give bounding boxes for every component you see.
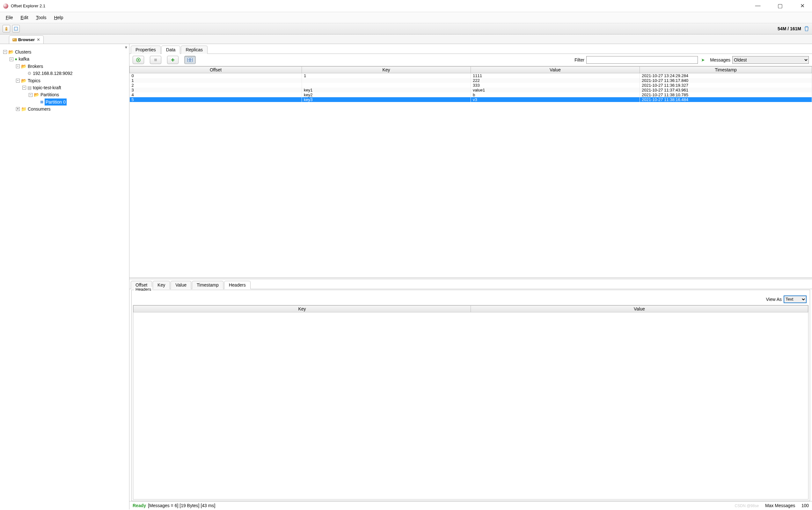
tree-topic-0[interactable]: −▤topic-test-kraft xyxy=(3,84,129,91)
minimize-button[interactable]: — xyxy=(751,3,764,9)
menu-help[interactable]: HelpHelp xyxy=(51,14,66,21)
col-timestamp[interactable]: Timestamp xyxy=(640,67,812,73)
statusbar: Ready [Messages = 6] [19 Bytes] [43 ms] … xyxy=(129,501,812,509)
titlebar: Offset Explorer 2.1 — ▢ ✕ xyxy=(0,0,812,12)
filter-input[interactable] xyxy=(586,56,698,64)
headers-group-label: Headers xyxy=(134,287,152,292)
tab-browser[interactable]: Browser ✕ xyxy=(9,35,44,44)
panel-tabbar: Browser ✕ xyxy=(0,34,812,44)
maximize-button[interactable]: ▢ xyxy=(774,3,786,9)
content-tabs: Properties Data Replicas xyxy=(129,44,812,54)
table-row[interactable]: 3key1value12021-10-27 11:37:43.961 xyxy=(130,88,812,92)
col-offset[interactable]: Offset xyxy=(130,67,302,73)
col-value[interactable]: Value xyxy=(471,67,640,73)
filter-label: Filter xyxy=(575,57,584,62)
data-toolbar: Filter ➤ Messages Oldest xyxy=(129,54,812,66)
messages-label: Messages xyxy=(710,57,730,62)
max-messages-label: Max Messages xyxy=(765,503,795,508)
svg-rect-1 xyxy=(12,38,17,41)
trash-icon[interactable] xyxy=(804,26,809,32)
tab-replicas[interactable]: Replicas xyxy=(181,46,207,54)
status-ready: Ready xyxy=(133,503,146,508)
tree-clusters[interactable]: −📂Clusters xyxy=(3,49,129,56)
status-info: [Messages = 6] [19 Bytes] [43 ms] xyxy=(148,503,215,508)
svg-rect-8 xyxy=(188,60,190,62)
tab-data[interactable]: Data xyxy=(161,46,180,54)
toolbar: 54M / 161M xyxy=(0,23,812,34)
tree: −📂Clusters −●kafka −📂Brokers ⚙192.168.8.… xyxy=(0,49,129,113)
svg-rect-9 xyxy=(190,60,192,62)
close-button[interactable]: ✕ xyxy=(796,3,809,9)
content: Properties Data Replicas Filter ➤ Messag… xyxy=(129,44,812,509)
max-messages-value: 100 xyxy=(802,503,809,508)
app-icon xyxy=(3,3,8,9)
menubar: FFileile EditEdit ToolsTools HelpHelp xyxy=(0,12,812,23)
hcol-key[interactable]: Key xyxy=(134,305,471,312)
table-row[interactable]: 0111112021-10-27 13:24:29.284 xyxy=(130,73,812,79)
svg-rect-6 xyxy=(188,58,190,60)
dtab-headers[interactable]: Headers xyxy=(224,281,251,289)
dtab-value[interactable]: Value xyxy=(171,281,191,289)
play-button[interactable] xyxy=(133,56,144,64)
stop-button[interactable] xyxy=(150,56,161,64)
app-title: Offset Explorer 2.1 xyxy=(11,3,45,8)
view-toggle-button[interactable] xyxy=(184,56,196,64)
toolbar-btn-2[interactable] xyxy=(12,25,20,32)
headers-table[interactable]: Key Value xyxy=(133,305,809,500)
toolbar-btn-1[interactable] xyxy=(3,25,10,32)
menu-tools[interactable]: ToolsTools xyxy=(33,14,49,21)
dtab-timestamp[interactable]: Timestamp xyxy=(192,281,224,289)
svg-rect-4 xyxy=(154,59,157,61)
table-row[interactable]: 23332021-10-27 11:36:19.327 xyxy=(130,83,812,88)
svg-rect-0 xyxy=(14,27,18,30)
close-tab-icon[interactable]: ✕ xyxy=(37,37,40,42)
view-as-select[interactable]: Text xyxy=(784,296,807,303)
watermark: CSDN @98se xyxy=(735,504,759,508)
tree-partitions[interactable]: −📂Partitions xyxy=(3,91,129,98)
messages-select[interactable]: Oldest xyxy=(732,56,809,64)
col-key[interactable]: Key xyxy=(302,67,471,73)
tree-partition-0[interactable]: ▦Partition 0 xyxy=(3,98,129,106)
tree-kafka[interactable]: −●kafka xyxy=(3,56,129,62)
svg-rect-7 xyxy=(190,58,192,60)
detail-tabs: Offset Key Value Timestamp Headers xyxy=(129,279,812,289)
table-row[interactable]: 5key3v32021-10-27 11:38:16.484 xyxy=(130,97,812,102)
filter-apply-icon[interactable]: ➤ xyxy=(701,57,705,62)
add-button[interactable] xyxy=(167,56,178,64)
browser-tab-icon xyxy=(12,38,17,41)
svg-rect-2 xyxy=(13,39,14,39)
table-row[interactable]: 4key2b2021-10-27 11:38:10.785 xyxy=(130,92,812,97)
dtab-key[interactable]: Key xyxy=(153,281,170,289)
tree-topics[interactable]: −📂Topics xyxy=(3,77,129,84)
tree-broker-0[interactable]: ⚙192.168.8.128:9092 xyxy=(3,70,129,77)
hcol-value[interactable]: Value xyxy=(471,305,808,312)
tab-properties[interactable]: Properties xyxy=(131,46,161,54)
sidebar: ▾ −📂Clusters −●kafka −📂Brokers ⚙192.168.… xyxy=(0,44,129,509)
data-table[interactable]: Offset Key Value Timestamp 0111112021-10… xyxy=(129,66,812,277)
memory-status: 54M / 161M xyxy=(778,26,804,31)
menu-edit[interactable]: EditEdit xyxy=(18,14,31,21)
table-row[interactable]: 12222021-10-27 11:36:17.840 xyxy=(130,78,812,83)
sidebar-menu-icon[interactable]: ▾ xyxy=(125,44,127,50)
tree-brokers[interactable]: −📂Brokers xyxy=(3,63,129,70)
menu-file[interactable]: FFileile xyxy=(3,14,16,21)
headers-group: Headers View As Text Key Value xyxy=(132,290,810,501)
view-as-label: View As xyxy=(766,297,782,302)
tree-consumers[interactable]: +📁Consumers xyxy=(3,106,129,113)
